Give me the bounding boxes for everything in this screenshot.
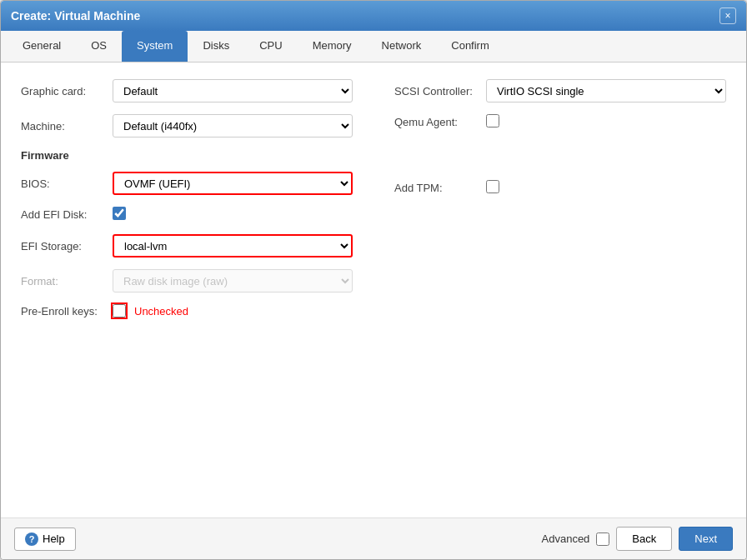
format-label: Format: [21, 275, 113, 288]
add-efi-disk-checkbox[interactable] [113, 207, 126, 220]
advanced-label: Advanced [542, 532, 590, 545]
graphic-card-label: Graphic card: [21, 85, 113, 98]
qemu-agent-control [486, 114, 726, 130]
back-button[interactable]: Back [616, 527, 672, 551]
tab-os[interactable]: OS [76, 31, 122, 62]
add-tpm-label: Add TPM: [394, 182, 486, 194]
tab-general[interactable]: General [8, 31, 76, 62]
bios-label: BIOS: [21, 178, 113, 190]
qemu-agent-checkbox[interactable] [486, 114, 499, 128]
next-button[interactable]: Next [679, 527, 733, 551]
tab-bar: General OS System Disks CPU Memory Netwo… [1, 31, 746, 62]
graphic-card-select[interactable]: Default [113, 79, 353, 102]
machine-label: Machine: [21, 120, 113, 132]
scsi-controller-select[interactable]: VirtIO SCSI single VirtIO SCSI LSI 53C89… [486, 79, 726, 102]
tab-memory[interactable]: Memory [298, 31, 367, 62]
add-efi-disk-label: Add EFI Disk: [21, 208, 113, 221]
scsi-controller-control: VirtIO SCSI single VirtIO SCSI LSI 53C89… [486, 79, 726, 102]
efi-storage-label: EFI Storage: [21, 240, 113, 252]
tab-network[interactable]: Network [367, 31, 437, 62]
graphic-card-row: Graphic card: Default [21, 79, 353, 102]
tab-confirm[interactable]: Confirm [436, 31, 504, 62]
footer-right: Advanced Back Next [542, 527, 733, 551]
pre-enroll-row: Pre-Enroll keys: Unchecked [21, 304, 353, 318]
format-control: Raw disk image (raw) [113, 269, 353, 292]
right-column: SCSI Controller: VirtIO SCSI single Virt… [386, 79, 726, 329]
machine-control: Default (i440fx) [113, 114, 353, 138]
tab-cpu[interactable]: CPU [244, 31, 297, 62]
efi-storage-select[interactable]: local-lvm local [113, 234, 353, 258]
create-vm-dialog: Create: Virtual Machine × General OS Sys… [0, 0, 747, 560]
qemu-agent-label: Qemu Agent: [394, 116, 486, 128]
bios-select[interactable]: OVMF (UEFI) SeaBIOS [113, 172, 353, 195]
graphic-card-control: Default [113, 79, 353, 102]
advanced-checkbox[interactable] [596, 532, 609, 546]
bios-row: BIOS: OVMF (UEFI) SeaBIOS [21, 172, 353, 195]
machine-row: Machine: Default (i440fx) [21, 114, 353, 138]
bios-control: OVMF (UEFI) SeaBIOS [113, 172, 353, 195]
add-efi-disk-row: Add EFI Disk: [21, 207, 353, 222]
pre-enroll-checkbox[interactable] [113, 304, 126, 318]
left-column: Graphic card: Default Machine: Default (… [21, 79, 361, 329]
firmware-heading: Firmware [21, 149, 353, 162]
footer-left: ? Help [14, 528, 76, 551]
format-select[interactable]: Raw disk image (raw) [113, 269, 353, 292]
close-button[interactable]: × [719, 8, 736, 24]
dialog-title: Create: Virtual Machine [11, 9, 140, 22]
title-bar: Create: Virtual Machine × [1, 1, 746, 31]
help-icon: ? [25, 532, 38, 546]
pre-enroll-control: Unchecked [113, 304, 353, 318]
content-area: Graphic card: Default Machine: Default (… [1, 62, 746, 518]
tab-disks[interactable]: Disks [188, 31, 244, 62]
help-label: Help [43, 532, 65, 545]
scsi-controller-row: SCSI Controller: VirtIO SCSI single Virt… [394, 79, 726, 102]
efi-storage-row: EFI Storage: local-lvm local [21, 234, 353, 258]
add-tpm-checkbox[interactable] [486, 180, 499, 193]
add-tpm-row: Add TPM: [394, 180, 726, 196]
add-tpm-control [486, 180, 726, 196]
tab-system[interactable]: System [122, 31, 188, 62]
pre-enroll-label: Pre-Enroll keys: [21, 305, 113, 318]
machine-select[interactable]: Default (i440fx) [113, 114, 353, 138]
footer: ? Help Advanced Back Next [1, 518, 746, 559]
unchecked-text: Unchecked [134, 305, 188, 318]
scsi-controller-label: SCSI Controller: [394, 85, 486, 98]
add-efi-disk-control [113, 207, 353, 222]
qemu-agent-row: Qemu Agent: [394, 114, 726, 130]
help-button[interactable]: ? Help [14, 528, 76, 551]
format-row: Format: Raw disk image (raw) [21, 269, 353, 292]
efi-storage-control: local-lvm local [113, 234, 353, 258]
